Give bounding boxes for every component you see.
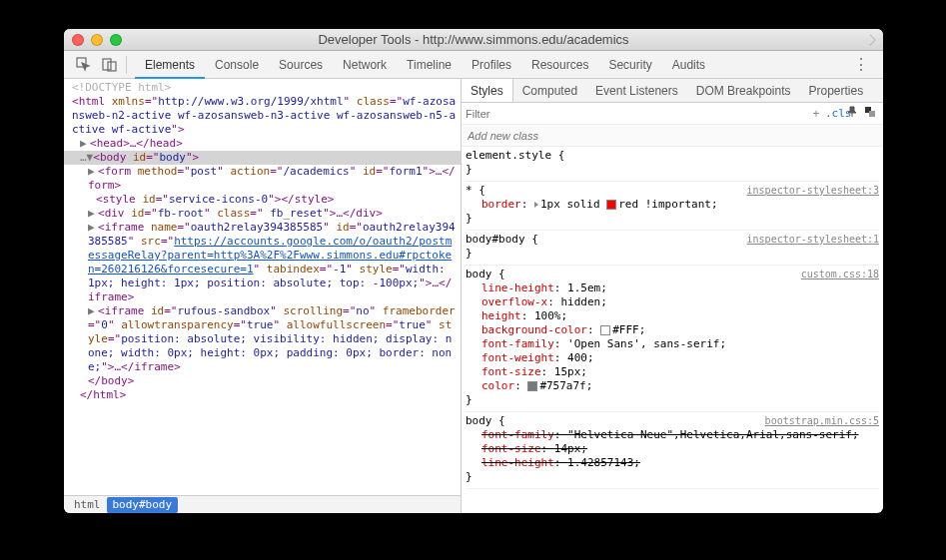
traffic-lights xyxy=(72,34,122,46)
crumb-0[interactable]: html xyxy=(68,497,107,513)
filter-input[interactable] xyxy=(466,108,807,120)
styles-tab-properties[interactable]: Properties xyxy=(799,79,872,102)
add-class-input[interactable] xyxy=(468,130,877,142)
dom-form[interactable]: ▶<form method="post" action="/academics"… xyxy=(64,165,461,193)
svg-rect-4 xyxy=(869,111,875,117)
window-title: Developer Tools - http://www.simmons.edu… xyxy=(72,32,875,47)
css-rule-1[interactable]: inspector-stylesheet:3* {border: 1px sol… xyxy=(466,184,879,231)
tab-sources[interactable]: Sources xyxy=(269,51,333,79)
svg-rect-1 xyxy=(103,59,111,70)
crumb-1[interactable]: body#body xyxy=(107,497,179,513)
styles-tab-dom-breakpoints[interactable]: DOM Breakpoints xyxy=(687,79,800,102)
devtools-window: Developer Tools - http://www.simmons.edu… xyxy=(64,29,883,513)
hover-icon[interactable] xyxy=(861,106,879,121)
dom-html-close[interactable]: </html> xyxy=(64,388,461,402)
main-toolbar: ElementsConsoleSourcesNetworkTimelinePro… xyxy=(64,51,883,79)
tab-profiles[interactable]: Profiles xyxy=(462,51,521,79)
pin-icon[interactable] xyxy=(843,106,861,121)
add-class-bar xyxy=(462,125,883,147)
content: <!DOCTYPE html> <html xmlns="http://www.… xyxy=(64,79,883,513)
rule-source[interactable]: custom.css:18 xyxy=(801,268,879,281)
css-prop[interactable]: height: 100%; xyxy=(466,309,879,323)
more-icon[interactable]: ⋮ xyxy=(845,55,877,74)
titlebar: Developer Tools - http://www.simmons.edu… xyxy=(64,29,883,51)
css-prop[interactable]: line-height: 1.5em; xyxy=(466,281,879,295)
css-prop[interactable]: font-weight: 400; xyxy=(466,351,879,365)
new-rule-icon[interactable]: + xyxy=(807,107,825,121)
css-rule-4[interactable]: bootstrap.min.css:5body {font-family: "H… xyxy=(466,414,879,489)
rule-source[interactable]: inspector-stylesheet:3 xyxy=(747,184,879,198)
css-prop[interactable]: border: 1px solid red !important; xyxy=(466,198,879,212)
close-icon[interactable] xyxy=(72,34,84,46)
rule-source[interactable]: inspector-stylesheet:1 xyxy=(747,233,879,247)
styles-panel: StylesComputedEvent ListenersDOM Breakpo… xyxy=(462,79,883,513)
styles-tabs: StylesComputedEvent ListenersDOM Breakpo… xyxy=(462,79,883,103)
dom-tree[interactable]: <!DOCTYPE html> <html xmlns="http://www.… xyxy=(64,79,461,495)
dom-iframe1[interactable]: ▶<iframe name="oauth2relay394385585" id=… xyxy=(64,221,461,304)
inspect-icon[interactable] xyxy=(70,57,96,72)
styles-tab-computed[interactable]: Computed xyxy=(513,79,586,102)
cls-toggle[interactable]: .cls xyxy=(825,107,843,120)
rule-close: } xyxy=(466,163,879,177)
filter-bar: + .cls xyxy=(462,103,883,125)
css-rules[interactable]: element.style {}inspector-stylesheet:3* … xyxy=(462,147,883,513)
dom-body-open[interactable]: …▼<body id="body"> xyxy=(64,151,461,165)
styles-tab-styles[interactable]: Styles xyxy=(462,79,513,102)
minimize-icon[interactable] xyxy=(91,34,103,46)
rule-close: } xyxy=(466,247,879,261)
css-prop[interactable]: font-family: "Helvetica Neue",Helvetica,… xyxy=(466,428,879,442)
css-prop[interactable]: color: #757a7f; xyxy=(466,379,879,393)
tab-security[interactable]: Security xyxy=(598,51,661,79)
tab-timeline[interactable]: Timeline xyxy=(397,51,462,79)
css-rule-0[interactable]: element.style {} xyxy=(466,149,879,182)
rule-source[interactable]: bootstrap.min.css:5 xyxy=(765,414,879,428)
css-rule-3[interactable]: custom.css:18body {line-height: 1.5em;ov… xyxy=(466,268,879,412)
tab-resources[interactable]: Resources xyxy=(521,51,598,79)
divider xyxy=(126,56,127,74)
dom-doctype: <!DOCTYPE html> xyxy=(64,81,461,95)
rule-close: } xyxy=(466,470,879,484)
zoom-icon[interactable] xyxy=(110,34,122,46)
breadcrumb: htmlbody#body xyxy=(64,495,461,513)
css-prop[interactable]: background-color: #FFF; xyxy=(466,323,879,337)
rule-selector: element.style { xyxy=(466,149,879,163)
css-prop[interactable]: font-size: 14px; xyxy=(466,442,879,456)
css-rule-2[interactable]: inspector-stylesheet:1body#body {} xyxy=(466,233,879,266)
css-prop[interactable]: overflow-x: hidden; xyxy=(466,295,879,309)
elements-panel: <!DOCTYPE html> <html xmlns="http://www.… xyxy=(64,79,462,513)
dom-style[interactable]: <style id="service-icons-0"></style> xyxy=(64,193,461,207)
tab-audits[interactable]: Audits xyxy=(662,51,715,79)
main-tabs: ElementsConsoleSourcesNetworkTimelinePro… xyxy=(135,51,715,79)
css-prop[interactable]: font-size: 15px; xyxy=(466,365,879,379)
styles-tab-event-listeners[interactable]: Event Listeners xyxy=(586,79,687,102)
tab-elements[interactable]: Elements xyxy=(135,51,205,79)
dom-body-close[interactable]: </body> xyxy=(64,374,461,388)
tab-console[interactable]: Console xyxy=(205,51,269,79)
dom-html-open[interactable]: <html xmlns="http://www.w3.org/1999/xhtm… xyxy=(64,95,461,137)
tab-network[interactable]: Network xyxy=(333,51,397,79)
rule-close: } xyxy=(466,393,879,407)
dom-div[interactable]: ▶<div id="fb-root" class=" fb_reset">…</… xyxy=(64,207,461,221)
rule-close: } xyxy=(466,212,879,226)
dom-head[interactable]: ▶<head>…</head> xyxy=(64,137,461,151)
dom-iframe2[interactable]: ▶<iframe id="rufous-sandbox" scrolling="… xyxy=(64,304,461,374)
device-icon[interactable] xyxy=(96,57,122,72)
css-prop[interactable]: line-height: 1.42857143; xyxy=(466,456,879,470)
css-prop[interactable]: font-family: 'Open Sans', sans-serif; xyxy=(466,337,879,351)
